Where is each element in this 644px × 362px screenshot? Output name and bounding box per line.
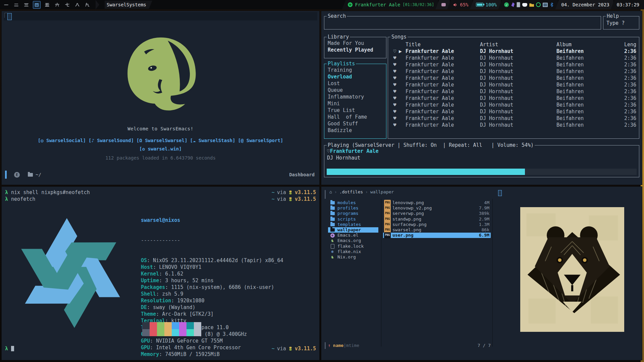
dashboard-buffer: Welcome to SwarsEmacs! [◎ SwarselSocial]… bbox=[2, 11, 319, 185]
file-entry-surfacewp.png[interactable]: PNGsurfacewp.png1.3M bbox=[383, 222, 491, 227]
shard-icon[interactable] bbox=[511, 2, 515, 7]
workspace-一[interactable] bbox=[3, 1, 10, 8]
dashboard-link-swarselsound[interactable]: [♪ SwarselSound] bbox=[89, 138, 134, 143]
file-entry-user.png[interactable]: PNGuser.png6.9M bbox=[383, 233, 491, 238]
song-row[interactable]: ♥Frankfurter AaleDJ HornhautBeifahren2:3… bbox=[388, 75, 639, 81]
file-entry-flake.nix[interactable]: ❄flake.nix bbox=[328, 249, 378, 254]
dashboard-link-swarsel-win[interactable]: [✿ swarsel.win] bbox=[139, 146, 181, 152]
song-row[interactable]: ♥Frankfurter AaleDJ HornhautBeifahren2:3… bbox=[388, 115, 639, 122]
file-entry-scripts[interactable]: scripts bbox=[328, 217, 378, 222]
song-row[interactable]: ♥Frankfurter AaleDJ HornhautBeifahren2:3… bbox=[388, 108, 639, 115]
file-entry-swarsel.png[interactable]: PNGswarsel.png86k bbox=[383, 227, 491, 233]
info-line-gpu: GPU: NVIDIA GeForce GT 755M bbox=[141, 338, 283, 344]
file-entry-profiles[interactable]: profiles bbox=[328, 205, 378, 211]
song-row[interactable]: ♡▶Frankfurter AaleDJ HornhautBeifahren2:… bbox=[388, 48, 639, 55]
discord-icon[interactable] bbox=[522, 3, 527, 7]
song-artist: DJ Hornhaut bbox=[480, 48, 556, 55]
spotify-widget[interactable]: Frankfurter Aale [01:38/02:36] bbox=[342, 0, 438, 9]
folder-icon[interactable] bbox=[529, 3, 534, 7]
color-swatch bbox=[179, 329, 186, 336]
bluetooth-icon[interactable] bbox=[550, 2, 554, 7]
breadcrumb-segment[interactable]: .dotfiles bbox=[339, 189, 363, 194]
checkmark-icon[interactable]: ✓ bbox=[504, 2, 509, 7]
playlist-item-inflammatory[interactable]: Inflammatory bbox=[324, 94, 386, 100]
globe-icon[interactable] bbox=[536, 2, 541, 7]
file-position-counter: 7 / 7 bbox=[478, 343, 491, 348]
dashboard-link-swarselstash[interactable]: [☁ SwarselStash] bbox=[190, 138, 235, 143]
info-line-de: DE: sway (Wayland) bbox=[141, 304, 283, 311]
color-swatch bbox=[172, 322, 179, 329]
workspace-三[interactable] bbox=[23, 1, 30, 8]
dashboard-link-swarselsocial[interactable]: [◎ SwarselSocial] bbox=[38, 138, 86, 143]
sort-direction-icon[interactable]: ↑ bbox=[328, 343, 331, 348]
workspace-九[interactable] bbox=[84, 1, 91, 8]
workspace-六[interactable] bbox=[54, 1, 61, 8]
file-entry-modules[interactable]: modules bbox=[328, 200, 378, 205]
playing-marker-icon bbox=[399, 122, 406, 128]
focused-window-title: SwarselSystems bbox=[105, 1, 152, 9]
home-icon[interactable]: ⌂ bbox=[329, 189, 332, 194]
phone-icon[interactable] bbox=[517, 2, 520, 7]
parent-directory-column: modulesprofilesprogramsscriptstemplatesw… bbox=[328, 200, 378, 260]
heart-icon: ♥ bbox=[391, 61, 399, 68]
favorite-heart-icon[interactable]: ♡ bbox=[327, 148, 330, 154]
dashboard-link-swarselswarsel[interactable]: [Ω SwarselSwarsel] bbox=[137, 138, 187, 143]
song-row[interactable]: ♥Frankfurter AaleDJ HornhautBeifahren2:3… bbox=[388, 122, 639, 128]
song-title: Frankfurter Aale bbox=[406, 48, 480, 55]
battery-widget[interactable]: 100% bbox=[470, 0, 501, 9]
song-row[interactable]: ♥Frankfurter AaleDJ HornhautBeifahren2:3… bbox=[388, 68, 639, 75]
breadcrumb[interactable]: ⌂›.dotfiles›wallpaper bbox=[329, 189, 394, 194]
workspace-七[interactable] bbox=[64, 1, 71, 8]
playlist-item-true-list[interactable]: True List bbox=[324, 107, 386, 114]
playlist-item-good-stuff[interactable]: Good Stuff bbox=[324, 120, 386, 127]
python-icon bbox=[288, 190, 292, 195]
file-entry-lenovowp_v2.png[interactable]: PNGlenovowp_v2.png7.9M bbox=[383, 205, 491, 211]
playlist-item-mini[interactable]: Mini bbox=[324, 100, 386, 107]
file-entry-flake.lock[interactable]: flake.lock bbox=[328, 244, 378, 249]
file-entry-templates[interactable]: templates bbox=[328, 222, 378, 227]
file-entry-emacs.el[interactable]: eEmacs.el bbox=[328, 233, 378, 238]
playlist-item-lost[interactable]: Lost bbox=[324, 80, 386, 87]
library-item-recently-played[interactable]: Recently Played bbox=[324, 47, 386, 53]
song-row[interactable]: ♥Frankfurter AaleDJ HornhautBeifahren2:3… bbox=[388, 88, 639, 95]
terminal-prompt-line[interactable]: λ ~viav3.11.5 bbox=[5, 346, 316, 352]
library-item-made-for-you[interactable]: Made For You bbox=[324, 40, 386, 47]
workspace-五[interactable] bbox=[44, 1, 51, 8]
volume-widget[interactable]: 65% bbox=[447, 0, 472, 9]
file-entry-programs[interactable]: programs bbox=[328, 211, 378, 216]
file-entry-wallpaper[interactable]: wallpaper bbox=[328, 227, 378, 233]
song-row[interactable]: ♥Frankfurter AaleDJ HornhautBeifahren2:3… bbox=[388, 55, 639, 61]
command-text: nix shell nixpkgs#neofetch bbox=[11, 189, 90, 195]
workspace-四[interactable] bbox=[33, 1, 41, 9]
playlist-item-hall-of-fame[interactable]: Hall of Fame bbox=[324, 114, 386, 120]
song-album: Beifahren bbox=[556, 55, 614, 61]
seek-bar[interactable] bbox=[327, 169, 637, 175]
dashboard-link-swarselsport[interactable]: [@ SwarselSport] bbox=[238, 138, 283, 143]
song-length: 2:36 bbox=[614, 108, 636, 115]
file-entry-standwp.png[interactable]: PNGstandwp.png2.9M bbox=[383, 217, 491, 222]
breadcrumb-segment[interactable]: wallpaper bbox=[370, 189, 394, 194]
workspace-八[interactable] bbox=[74, 1, 81, 8]
file-entry-nix.org[interactable]: ♞Nix.org bbox=[328, 254, 378, 260]
file-entry-emacs.org[interactable]: ♞Emacs.org bbox=[328, 238, 378, 243]
playlist-item-badizzle[interactable]: Badizzle bbox=[324, 127, 386, 134]
workspace-二[interactable] bbox=[13, 1, 20, 8]
song-row[interactable]: ♥Frankfurter AaleDJ HornhautBeifahren2:3… bbox=[388, 95, 639, 102]
terminal-window[interactable]: λ nix shell nixpkgs#neofetch ~viav3.11.5… bbox=[2, 187, 319, 360]
playlist-item-training[interactable]: Training bbox=[324, 67, 386, 73]
playing-marker-icon bbox=[399, 68, 406, 75]
file-entry-serverwp.png[interactable]: PNGserverwp.png389k bbox=[383, 211, 491, 216]
search-box[interactable]: Search bbox=[324, 16, 601, 29]
sort-field[interactable]: name bbox=[333, 343, 343, 348]
song-row[interactable]: ♥Frankfurter AaleDJ HornhautBeifahren2:3… bbox=[388, 81, 639, 88]
playlist-item-overload[interactable]: Overload bbox=[324, 73, 386, 80]
playlist-item-queue[interactable]: Queue bbox=[324, 87, 386, 94]
file-entry-lenovowp.png[interactable]: PNGlenovowp.png4M bbox=[383, 200, 491, 205]
playing-marker-icon bbox=[399, 95, 406, 102]
sort-alt-field[interactable]: mtime bbox=[346, 343, 359, 348]
buffer-path: ~/ bbox=[36, 172, 41, 177]
system-tray: ✓ bbox=[498, 0, 558, 9]
song-row[interactable]: ♥Frankfurter AaleDJ HornhautBeifahren2:3… bbox=[388, 102, 639, 108]
song-row[interactable]: ♥Frankfurter AaleDJ HornhautBeifahren2:3… bbox=[388, 61, 639, 68]
display-icon[interactable] bbox=[543, 3, 548, 7]
